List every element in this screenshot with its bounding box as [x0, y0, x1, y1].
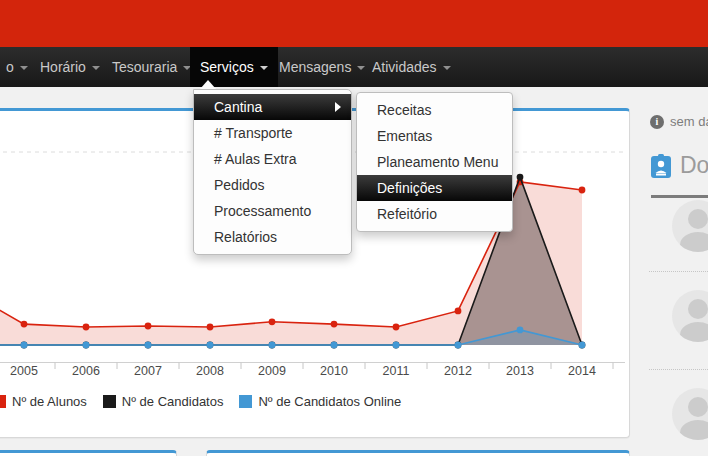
legend-label: Nº de Alunos: [12, 394, 87, 409]
servicos-dropdown-menu: Cantina# Transporte# Aulas ExtraPedidosP…: [193, 89, 352, 255]
avatar-silhouette-body: [680, 322, 708, 342]
no-data-text: sem da: [670, 114, 708, 129]
legend-swatch: [0, 395, 6, 408]
menu-item-aulas-extra[interactable]: # Aulas Extra: [194, 146, 351, 172]
point-Nº de Candidatos Online-2013: [517, 327, 524, 334]
point-Nº de Candidatos Online-2005: [21, 342, 28, 349]
point-Nº de Alunos-2006: [83, 324, 90, 331]
point-Nº de Alunos-2005: [21, 321, 28, 328]
x-label-2008: 2008: [196, 364, 224, 378]
menu-item-relat-rios[interactable]: Relatórios: [194, 224, 351, 250]
cantina-submenu: ReceitasEmentasPlaneamento MenuDefiniçõe…: [356, 92, 513, 232]
x-label-2006: 2006: [72, 364, 100, 378]
nav-item-atividades[interactable]: Atividades: [362, 47, 461, 87]
legend-item: Nº de Alunos: [0, 394, 87, 409]
nav-item-label: Serviços: [200, 59, 254, 75]
menu-item-pedidos[interactable]: Pedidos: [194, 172, 351, 198]
x-label-2007: 2007: [134, 364, 162, 378]
dotted-separator: [649, 369, 708, 370]
avatar-silhouette-head: [688, 299, 708, 319]
menu-item-processamento[interactable]: Processamento: [194, 198, 351, 224]
brand-header: [0, 0, 708, 47]
avatar-silhouette-body: [680, 232, 708, 252]
no-data-notice: i sem da: [650, 114, 708, 129]
legend-label: Nº de Candidatos: [122, 394, 224, 409]
avatar-silhouette-body: [680, 420, 708, 440]
point-Nº de Alunos-2008: [207, 324, 214, 331]
point-Nº de Candidatos Online-2014: [579, 342, 586, 349]
point-Nº de Alunos-2014: [579, 187, 586, 194]
menu-item-transporte[interactable]: # Transporte: [194, 120, 351, 146]
menu-item-cantina[interactable]: Cantina: [194, 94, 351, 120]
menu-item-ementas[interactable]: Ementas: [357, 123, 512, 149]
avatar-placeholder[interactable]: [672, 388, 708, 440]
chart-legend: Nº de AlunosNº de CandidatosNº de Candid…: [0, 394, 401, 409]
avatar-placeholder[interactable]: [672, 200, 708, 252]
point-Nº de Candidatos-2013: [517, 174, 524, 181]
menu-item-refeit-rio[interactable]: Refeitório: [357, 201, 512, 227]
nav-item-label: Mensagens: [279, 59, 351, 75]
menu-item-planeamento-menu[interactable]: Planeamento Menu: [357, 149, 512, 175]
x-label-2013: 2013: [506, 364, 534, 378]
right-widget-heading: Do: [651, 152, 708, 179]
x-label-2010: 2010: [320, 364, 348, 378]
avatar-silhouette-head: [688, 397, 708, 417]
nav-item-tesouraria[interactable]: Tesouraria: [102, 47, 201, 87]
nav-item-label: Tesouraria: [112, 59, 177, 75]
nav-item-label: Atividades: [372, 59, 437, 75]
point-Nº de Alunos-2009: [269, 318, 276, 325]
x-label-2012: 2012: [444, 364, 472, 378]
point-Nº de Alunos-2012: [455, 308, 462, 315]
chevron-down-icon: [443, 66, 451, 70]
right-widget-title: Do: [680, 152, 708, 179]
chevron-down-icon: [92, 66, 100, 70]
heading-divider: [651, 195, 708, 198]
submenu-arrow-icon: [335, 102, 341, 112]
dropdown-pointer-caret: [200, 80, 216, 89]
x-label-2011: 2011: [383, 364, 410, 378]
point-Nº de Candidatos Online-2011: [393, 342, 400, 349]
point-Nº de Candidatos Online-2010: [331, 342, 338, 349]
legend-label: Nº de Candidatos Online: [258, 394, 401, 409]
avatar-silhouette-head: [688, 209, 708, 229]
bottom-left-panel: [0, 450, 177, 456]
dotted-separator: [649, 271, 708, 272]
nav-item-mensagens[interactable]: Mensagens: [269, 47, 375, 87]
chevron-down-icon: [260, 66, 268, 70]
legend-item: Nº de Candidatos: [103, 394, 224, 409]
x-label-2009: 2009: [258, 364, 286, 378]
menu-item-receitas[interactable]: Receitas: [357, 97, 512, 123]
point-Nº de Candidatos Online-2006: [83, 342, 90, 349]
info-icon: i: [650, 115, 664, 129]
nav-item-label: o: [6, 59, 14, 75]
point-Nº de Candidatos Online-2009: [269, 342, 276, 349]
menu-item-defini-es[interactable]: Definições: [357, 175, 512, 201]
avatar-placeholder[interactable]: [672, 290, 708, 342]
point-Nº de Candidatos Online-2007: [145, 342, 152, 349]
point-Nº de Alunos-2007: [145, 323, 152, 330]
chevron-down-icon: [20, 66, 28, 70]
point-Nº de Alunos-2010: [331, 321, 338, 328]
x-label-2014: 2014: [568, 364, 596, 378]
application-window: oHorárioTesourariaServiçosMensagensAtivi…: [0, 0, 708, 456]
legend-item: Nº de Candidatos Online: [239, 394, 401, 409]
legend-swatch: [239, 395, 252, 408]
point-Nº de Alunos-2011: [393, 324, 400, 331]
id-badge-icon: [651, 154, 671, 178]
main-navbar: oHorárioTesourariaServiçosMensagensAtivi…: [0, 47, 708, 87]
legend-swatch: [103, 395, 116, 408]
nav-item-horrio[interactable]: Horário: [30, 47, 110, 87]
point-Nº de Candidatos Online-2008: [207, 342, 214, 349]
nav-item-label: Horário: [40, 59, 86, 75]
point-Nº de Candidatos Online-2012: [455, 342, 462, 349]
bottom-center-panel: [206, 450, 630, 456]
x-label-2005: 2005: [10, 364, 38, 378]
